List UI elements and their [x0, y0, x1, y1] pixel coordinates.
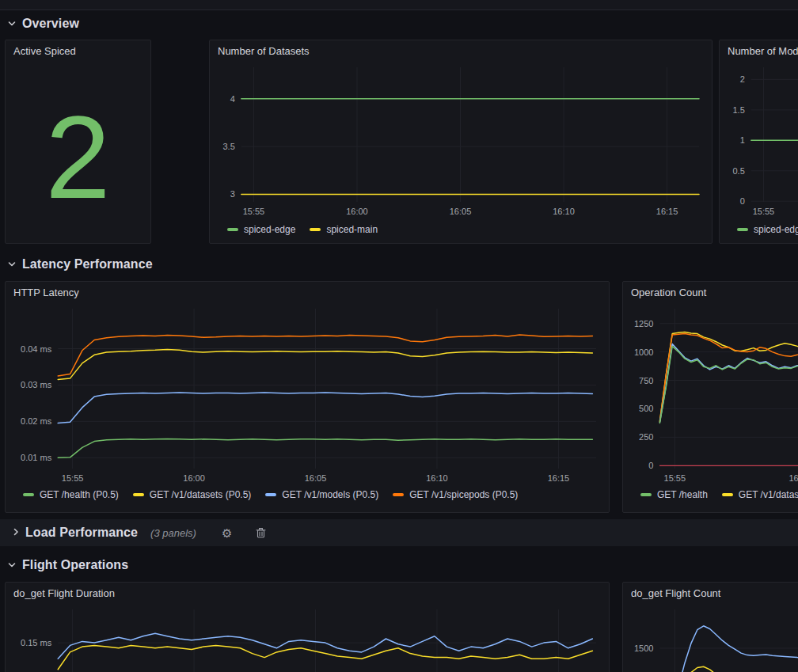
svg-text:500: 500: [639, 404, 653, 413]
time-series-chart[interactable]: 15:5516:0016:0516:1016:1500.511.52: [726, 61, 798, 219]
legend-label: GET /health (P0.5): [40, 489, 119, 500]
svg-text:16:15: 16:15: [548, 473, 570, 483]
legend-item[interactable]: GET /health (P0.5): [23, 489, 119, 500]
top-toolbar-edge: [0, 0, 798, 10]
panel-title[interactable]: HTTP Latency: [6, 282, 609, 302]
panel-title[interactable]: Operation Count: [623, 282, 798, 302]
legend-swatch: [722, 493, 733, 496]
svg-text:16:05: 16:05: [305, 473, 327, 483]
legend-item[interactable]: GET /health: [640, 489, 708, 500]
svg-text:0.01 ms: 0.01 ms: [21, 453, 52, 462]
svg-text:16:00: 16:00: [789, 473, 798, 483]
svg-text:15:55: 15:55: [753, 207, 775, 216]
chart-legend: spiced-edgespiced-main: [216, 224, 705, 235]
section-title: Flight Operations: [22, 558, 128, 572]
legend-swatch: [265, 493, 276, 496]
svg-text:0.15 ms: 0.15 ms: [21, 638, 52, 647]
dashboard: Overview Active Spiced 2 Number of Datas…: [0, 11, 798, 672]
time-series-chart[interactable]: 15:5516:0016:0516:1016:150.15 ms: [12, 603, 602, 672]
svg-text:1000: 1000: [634, 347, 653, 357]
stat-value: 2: [6, 72, 150, 243]
svg-text:1500: 1500: [634, 644, 653, 653]
panel-operation-count: Operation Count 15:5516:0016:0516:1016:1…: [622, 281, 798, 513]
svg-text:0: 0: [740, 196, 745, 206]
svg-text:16:15: 16:15: [656, 207, 678, 216]
svg-text:1.5: 1.5: [733, 105, 745, 115]
legend-item[interactable]: GET /v1/datasets (P0.5): [133, 489, 252, 500]
legend-label: spiced-main: [326, 224, 378, 235]
svg-text:0.02 ms: 0.02 ms: [21, 416, 52, 426]
svg-text:4: 4: [230, 94, 235, 104]
panel-do-get-flight-duration: do_get Flight Duration 15:5516:0016:0516…: [5, 582, 610, 672]
legend-swatch: [133, 493, 144, 496]
svg-text:1: 1: [740, 135, 745, 145]
panel-http-latency: HTTP Latency 15:5516:0016:0516:1016:150.…: [5, 281, 610, 513]
legend-item[interactable]: GET /v1/spicepods (P0.5): [393, 489, 518, 500]
panel-number-of-models: Number of Models 15:5516:0016:0516:1016:…: [719, 40, 798, 244]
svg-text:0.5: 0.5: [733, 166, 745, 176]
time-series-chart[interactable]: 15:5516:0016:0516:1016:15025050075010001…: [629, 302, 798, 486]
panels-count: (3 panels): [150, 527, 196, 539]
svg-text:250: 250: [639, 432, 653, 442]
panel-title[interactable]: Number of Datasets: [210, 40, 712, 61]
legend-label: spiced-edge: [244, 224, 295, 235]
chart-legend: GET /health (P0.5)GET /v1/datasets (P0.5…: [12, 489, 602, 500]
legend-swatch: [23, 493, 34, 496]
panel-title[interactable]: Number of Models: [720, 40, 798, 61]
section-header-load-performance[interactable]: Load Performance (3 panels) ⚙: [0, 519, 798, 546]
legend-item[interactable]: spiced-edge: [227, 224, 295, 235]
legend-item[interactable]: GET /v1/datasets: [722, 489, 798, 500]
legend-label: GET /health: [657, 489, 708, 500]
gear-icon[interactable]: ⚙: [212, 527, 241, 539]
legend-swatch: [737, 228, 748, 231]
svg-text:16:00: 16:00: [346, 207, 368, 216]
panel-do-get-flight-count: do_get Flight Count 15:5516:0016:0516:10…: [622, 582, 798, 672]
chevron-right-icon: [11, 526, 21, 540]
legend-swatch: [393, 493, 404, 496]
svg-text:16:10: 16:10: [553, 207, 575, 216]
legend-label: GET /v1/datasets (P0.5): [150, 489, 252, 500]
time-series-chart[interactable]: 15:5516:0016:0516:1016:150.01 ms0.02 ms0…: [12, 302, 602, 486]
svg-text:16:00: 16:00: [183, 473, 205, 483]
legend-swatch: [640, 493, 652, 496]
legend-item[interactable]: spiced-edge: [737, 224, 798, 235]
chevron-down-icon: [6, 560, 17, 571]
trash-icon[interactable]: [246, 527, 276, 538]
legend-item[interactable]: spiced-main: [310, 224, 378, 235]
svg-text:3: 3: [230, 189, 235, 199]
time-series-chart[interactable]: 15:5516:0016:0516:1016:151500: [629, 603, 798, 672]
time-series-chart[interactable]: 15:5516:0016:0516:1016:1533.54: [216, 61, 705, 219]
chevron-down-icon: [6, 259, 17, 270]
section-title: Load Performance: [25, 526, 138, 540]
legend-swatch: [227, 228, 238, 231]
panel-number-of-datasets: Number of Datasets 15:5516:0016:0516:101…: [209, 40, 712, 244]
section-header-latency-performance[interactable]: Latency Performance: [6, 255, 153, 274]
panel-title[interactable]: Active Spiced: [6, 40, 150, 61]
chevron-down-icon: [6, 18, 17, 29]
section-title: Latency Performance: [22, 257, 153, 271]
svg-text:0.03 ms: 0.03 ms: [21, 380, 52, 389]
svg-text:3.5: 3.5: [223, 142, 235, 151]
legend-swatch: [310, 228, 321, 231]
legend-label: GET /v1/models (P0.5): [282, 489, 378, 500]
svg-text:15:55: 15:55: [664, 473, 686, 483]
svg-text:750: 750: [639, 376, 653, 385]
section-header-overview[interactable]: Overview: [6, 14, 79, 33]
chart-legend: spiced-edge: [726, 224, 798, 235]
svg-text:1250: 1250: [634, 319, 653, 328]
svg-text:16:05: 16:05: [450, 207, 472, 216]
svg-text:15:55: 15:55: [243, 207, 265, 216]
svg-text:0.04 ms: 0.04 ms: [21, 344, 52, 354]
section-header-flight-operations[interactable]: Flight Operations: [6, 556, 128, 575]
panel-title[interactable]: do_get Flight Count: [623, 583, 798, 603]
legend-label: GET /v1/datasets: [739, 489, 798, 500]
svg-text:0: 0: [648, 461, 653, 470]
panel-active-spiced: Active Spiced 2: [5, 40, 151, 244]
panel-title[interactable]: do_get Flight Duration: [6, 583, 609, 603]
legend-item[interactable]: GET /v1/models (P0.5): [265, 489, 378, 500]
svg-text:2: 2: [740, 74, 745, 84]
chart-legend: GET /healthGET /v1/datasets: [629, 489, 798, 500]
section-title: Overview: [22, 17, 79, 31]
legend-label: spiced-edge: [754, 224, 798, 235]
svg-text:15:55: 15:55: [62, 473, 84, 483]
